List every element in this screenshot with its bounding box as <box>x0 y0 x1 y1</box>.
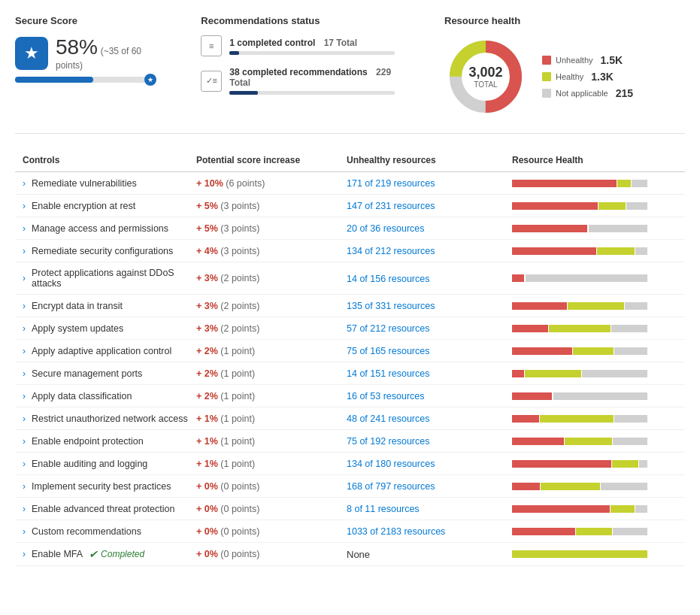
table-row: › Enable auditing and logging + 1% (1 po… <box>15 453 685 475</box>
bar-green <box>617 180 631 187</box>
unhealthy-link[interactable]: 75 of 165 resources <box>347 346 430 356</box>
chevron-right-icon[interactable]: › <box>23 414 26 424</box>
resource-health-panel: Resource health 3,002 TOTAL <box>444 15 685 118</box>
chevron-right-icon[interactable]: › <box>23 273 26 283</box>
chevron-right-icon[interactable]: › <box>23 504 26 514</box>
row-control: › Restrict unauthorized network access <box>23 414 196 424</box>
control-name: Enable advanced threat protection <box>32 504 174 514</box>
chevron-right-icon[interactable]: › <box>23 246 26 256</box>
controls-rec-item: ≡ 1 completed control 17 Total <box>201 35 414 56</box>
legend-healthy: Healthy 1.3K <box>542 71 633 83</box>
bar-green <box>541 483 599 490</box>
health-bar <box>512 202 647 210</box>
unhealthy-link[interactable]: 14 of 151 resources <box>347 368 430 379</box>
health-bar-cell <box>512 415 677 423</box>
bar-gray <box>635 247 647 255</box>
score-increase: + 0% (0 points) <box>196 526 347 537</box>
bar-red <box>512 202 598 210</box>
rec-label: completed recommendations <box>242 67 368 77</box>
donut-total-label: 3,002 TOTAL <box>468 65 502 89</box>
unhealthy-link[interactable]: 20 of 36 resources <box>347 223 425 234</box>
score-pts: (0 points) <box>220 481 259 492</box>
chevron-right-icon[interactable]: › <box>23 323 26 334</box>
legend-na: Not applicable 215 <box>542 87 633 99</box>
unhealthy-link[interactable]: 1033 of 2183 resources <box>347 526 445 537</box>
unhealthy-link[interactable]: 16 of 53 resources <box>347 391 425 401</box>
bar-red <box>512 325 548 332</box>
bar-red <box>512 415 539 423</box>
chevron-right-icon[interactable]: › <box>23 346 26 356</box>
score-increase: + 3% (2 points) <box>196 301 347 311</box>
health-bar-cell <box>512 438 677 445</box>
control-name: Encrypt data in transit <box>32 301 123 311</box>
bar-gray <box>635 505 647 513</box>
score-increase: + 2% (1 point) <box>196 346 347 356</box>
score-bar: ★ <box>15 77 150 83</box>
table-row: › Enable encryption at rest + 5% (3 poin… <box>15 195 685 217</box>
unhealthy-link[interactable]: 57 of 212 resources <box>347 323 430 334</box>
row-control: › Apply adaptive application control <box>23 346 196 356</box>
score-pct: + 2% <box>196 368 218 379</box>
unhealthy-cell: 135 of 331 resources <box>347 300 512 311</box>
chevron-right-icon[interactable]: › <box>23 301 26 311</box>
unhealthy-cell: 14 of 151 resources <box>347 368 512 379</box>
controls-table: Controls Potential score increase Unheal… <box>15 149 685 566</box>
score-pts: (1 point) <box>220 459 255 469</box>
col-score: Potential score increase <box>196 155 347 165</box>
chevron-right-icon[interactable]: › <box>23 436 26 447</box>
bar-gray <box>632 180 647 187</box>
chevron-right-icon[interactable]: › <box>23 178 26 189</box>
score-pct: + 5% <box>196 223 218 234</box>
unhealthy-link[interactable]: 8 of 11 resources <box>347 504 420 514</box>
bar-red <box>512 274 524 282</box>
unhealthy-link[interactable]: 135 of 331 resources <box>347 301 435 311</box>
bar-red <box>512 302 567 310</box>
unhealthy-link[interactable]: 134 of 212 resources <box>347 246 435 256</box>
bar-red <box>512 505 610 513</box>
bar-gray <box>601 483 647 490</box>
unhealthy-link[interactable]: 48 of 241 resources <box>347 414 430 424</box>
health-bar <box>512 347 647 355</box>
chevron-right-icon[interactable]: › <box>23 526 26 537</box>
row-control: › Enable encryption at rest <box>23 201 196 211</box>
secure-score-title: Secure Score <box>15 15 171 26</box>
score-pct: + 3% <box>196 273 218 283</box>
unhealthy-link[interactable]: 168 of 797 resources <box>347 481 435 492</box>
chevron-right-icon[interactable]: › <box>23 391 26 401</box>
chevron-right-icon[interactable]: › <box>23 481 26 492</box>
check-circle-icon: ✔ <box>89 548 98 560</box>
bar-gray <box>639 460 647 468</box>
bar-gray <box>613 528 647 535</box>
chevron-right-icon[interactable]: › <box>23 549 26 559</box>
score-increase: + 3% (2 points) <box>196 323 347 334</box>
score-pts: (0 points) <box>220 526 259 537</box>
control-name: Manage access and permissions <box>32 223 168 234</box>
bar-green <box>540 415 614 423</box>
score-pct: + 4% <box>196 246 218 256</box>
health-bar <box>512 550 647 558</box>
chevron-right-icon[interactable]: › <box>23 201 26 211</box>
unhealthy-link[interactable]: 134 of 180 resources <box>347 459 435 469</box>
control-name: Apply system updates <box>32 323 123 334</box>
unhealthy-link[interactable]: 147 of 231 resources <box>347 201 435 211</box>
control-name: Implement security best practices <box>32 481 171 492</box>
chevron-right-icon[interactable]: › <box>23 368 26 379</box>
bar-gray <box>613 438 647 445</box>
health-bar-cell <box>512 202 677 210</box>
resource-health-title: Resource health <box>444 15 685 26</box>
unhealthy-link[interactable]: 171 of 219 resources <box>347 178 435 189</box>
unhealthy-link[interactable]: 14 of 156 resources <box>347 274 430 284</box>
unhealthy-cell: 14 of 156 resources <box>347 273 512 284</box>
unhealthy-link[interactable]: 75 of 192 resources <box>347 436 430 447</box>
table-row: › Encrypt data in transit + 3% (2 points… <box>15 295 685 317</box>
score-increase: + 1% (1 point) <box>196 414 347 424</box>
table-row: › Enable advanced threat protection + 0%… <box>15 498 685 520</box>
unhealthy-cell: 48 of 241 resources <box>347 413 512 424</box>
row-control: › Remediate vulnerabilities <box>23 178 196 189</box>
chevron-right-icon[interactable]: › <box>23 459 26 469</box>
table-row: › Enable endpoint protection + 1% (1 poi… <box>15 430 685 453</box>
chevron-right-icon[interactable]: › <box>23 223 26 234</box>
bar-red <box>512 247 596 255</box>
score-pts: (2 points) <box>220 323 259 334</box>
table-row: › Protect applications against DDoS atta… <box>15 262 685 295</box>
